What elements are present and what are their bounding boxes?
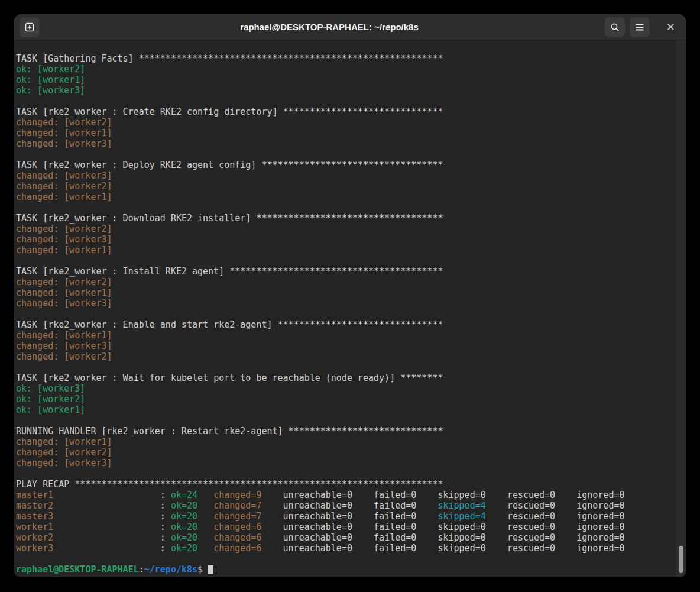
recap-row: master3 : ok=20 changed=7 unreachable=0 … xyxy=(16,511,686,522)
terminal-text-segment: ignored=0 xyxy=(576,511,624,522)
task-result-line: changed: [worker1] xyxy=(16,287,686,298)
terminal-text-segment: failed=0 xyxy=(374,490,416,500)
terminal-text-segment: unreachable=0 xyxy=(283,500,352,511)
task-result-line: changed: [worker1] xyxy=(16,330,686,341)
terminal-text-segment xyxy=(261,511,283,522)
terminal-text-segment: rescued=0 xyxy=(507,522,555,532)
task-banner-line: TASK [Gathering Facts] *****************… xyxy=(16,53,686,64)
new-tab-button[interactable] xyxy=(20,17,40,37)
terminal-text-segment: unreachable=0 xyxy=(283,532,352,543)
task-result-line: changed: [worker3] xyxy=(16,341,686,351)
terminal-text-segment xyxy=(261,490,283,500)
terminal-text-segment xyxy=(625,511,641,522)
terminal-text-segment xyxy=(486,522,507,532)
terminal-text-segment: : xyxy=(53,543,171,554)
terminal-text-segment: ok=20 xyxy=(171,543,197,554)
terminal-text-segment: unreachable=0 xyxy=(283,511,352,522)
terminal-text-segment xyxy=(555,511,576,522)
task-result-line: ok: [worker1] xyxy=(16,75,686,85)
blank-line xyxy=(16,362,686,373)
terminal-text-segment: changed=6 xyxy=(213,522,261,532)
terminal-text-segment: ok: [worker1] xyxy=(16,405,85,415)
blank-line xyxy=(16,415,686,426)
terminal-window: raphael@DESKTOP-RAPHAEL: ~/repo/k8s xyxy=(14,14,686,577)
terminal-text-segment xyxy=(555,543,576,554)
terminal-text-segment: ~/repo/k8s xyxy=(144,564,197,575)
terminal-text-segment: changed=6 xyxy=(213,532,261,543)
terminal-text-segment: skipped=4 xyxy=(438,511,485,522)
terminal-text-segment xyxy=(416,490,438,500)
terminal-text-segment xyxy=(416,500,438,511)
terminal-text-segment xyxy=(352,490,374,500)
task-banner-line: TASK [rke2_worker : Wait for kubelet por… xyxy=(16,373,686,383)
terminal-text-segment: changed: [worker3] xyxy=(16,458,112,468)
terminal-text-segment: changed=7 xyxy=(213,500,261,511)
scrollbar-track[interactable] xyxy=(676,40,686,577)
terminal-text-segment: : xyxy=(53,522,171,532)
terminal-text-segment: changed: [worker2] xyxy=(16,117,112,128)
task-result-line: changed: [worker3] xyxy=(16,138,686,149)
terminal-text-segment: ok=20 xyxy=(171,511,197,522)
terminal-text-segment: TASK [rke2_worker : Create RKE2 config d… xyxy=(16,106,443,117)
menu-button[interactable] xyxy=(630,17,650,37)
terminal-text-segment xyxy=(416,511,438,522)
terminal-text-segment: : xyxy=(53,490,171,500)
terminal-text-segment: rescued=0 xyxy=(507,500,555,511)
terminal-text-segment: changed: [worker1] xyxy=(16,330,112,341)
terminal-text-segment xyxy=(486,490,507,500)
terminal-text-segment: master3 xyxy=(16,511,53,522)
headerbar: raphael@DESKTOP-RAPHAEL: ~/repo/k8s xyxy=(14,14,686,40)
task-result-line: changed: [worker2] xyxy=(16,277,686,287)
terminal-text-segment: ok: [worker2] xyxy=(16,394,85,405)
terminal-text-segment: changed: [worker3] xyxy=(16,138,112,149)
terminal-text-segment xyxy=(625,532,641,543)
terminal-text-segment: : xyxy=(53,532,171,543)
terminal-text-segment: TASK [rke2_worker : Enable and start rke… xyxy=(16,319,443,330)
search-icon xyxy=(610,22,620,32)
search-button[interactable] xyxy=(605,17,625,37)
task-result-line: changed: [worker1] xyxy=(16,245,686,255)
terminal-text-segment: changed: [worker1] xyxy=(16,287,112,298)
terminal-text-segment: TASK [Gathering Facts] *****************… xyxy=(16,53,443,64)
task-result-line: changed: [worker2] xyxy=(16,181,686,192)
terminal-text-segment: changed: [worker1] xyxy=(16,436,112,447)
task-result-line: ok: [worker2] xyxy=(16,394,686,405)
terminal-text-segment: worker1 xyxy=(16,522,53,532)
terminal-text-segment: ignored=0 xyxy=(576,522,624,532)
terminal-text-segment: master2 xyxy=(16,500,53,511)
terminal-text-segment: skipped=4 xyxy=(438,500,485,511)
terminal-text-segment: RUNNING HANDLER [rke2_worker : Restart r… xyxy=(16,426,443,436)
terminal-text-segment: ok: [worker3] xyxy=(16,383,85,394)
recap-row: master2 : ok=20 changed=7 unreachable=0 … xyxy=(16,500,686,511)
terminal-text-segment: skipped=0 xyxy=(438,532,485,543)
terminal-text-segment: skipped=0 xyxy=(438,522,485,532)
terminal-text-segment: ok=24 xyxy=(171,490,197,500)
terminal-text-segment xyxy=(261,543,283,554)
terminal-text-segment xyxy=(352,511,374,522)
task-result-line: ok: [worker1] xyxy=(16,405,686,415)
task-result-line: ok: [worker2] xyxy=(16,64,686,75)
task-banner-line: TASK [rke2_worker : Download RKE2 instal… xyxy=(16,213,686,224)
close-icon xyxy=(667,23,675,31)
terminal-text-segment: changed: [worker2] xyxy=(16,277,112,287)
terminal-text-segment: ignored=0 xyxy=(576,490,624,500)
terminal-output[interactable]: TASK [Gathering Facts] *****************… xyxy=(14,40,686,577)
terminal-text-segment: raphael@DESKTOP-RAPHAEL xyxy=(16,564,139,575)
terminal-text-segment: ok: [worker1] xyxy=(16,75,85,85)
close-button[interactable] xyxy=(660,17,680,37)
terminal-text-segment xyxy=(352,532,374,543)
terminal-text-segment: TASK [rke2_worker : Deploy RKE2 agent co… xyxy=(16,160,443,170)
terminal-text-segment: changed: [worker3] xyxy=(16,170,112,181)
terminal-text-segment xyxy=(197,532,213,543)
terminal-text-segment: changed: [worker1] xyxy=(16,128,112,138)
recap-row: master1 : ok=24 changed=9 unreachable=0 … xyxy=(16,490,686,500)
task-result-line: changed: [worker1] xyxy=(16,128,686,138)
new-tab-icon xyxy=(25,22,34,32)
terminal-text-segment: changed: [worker1] xyxy=(16,192,112,202)
scrollbar-thumb[interactable] xyxy=(679,546,683,573)
terminal-text-segment: failed=0 xyxy=(374,500,416,511)
terminal-text-segment: rescued=0 xyxy=(507,490,555,500)
terminal-text-segment: PLAY RECAP *****************************… xyxy=(16,479,443,490)
terminal-text-segment: failed=0 xyxy=(374,522,416,532)
terminal-text-segment xyxy=(486,532,507,543)
